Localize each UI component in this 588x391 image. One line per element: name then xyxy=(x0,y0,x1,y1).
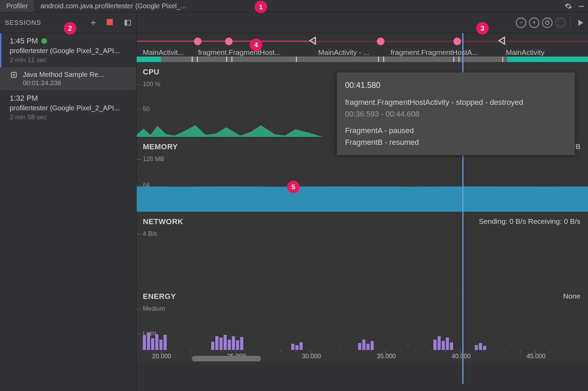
axis-label: 128 MB xyxy=(143,156,164,163)
sessions-heading: SESSIONS xyxy=(5,19,41,27)
time-tick: 35.000 xyxy=(377,353,396,360)
svg-rect-0 xyxy=(579,6,584,7)
time-tick: 20.000 xyxy=(152,353,171,360)
axis-label: 100 % xyxy=(143,81,160,88)
timeline-area: − + xyxy=(137,12,588,391)
stop-recording-icon[interactable] xyxy=(107,19,114,27)
reset-zoom-button[interactable] xyxy=(542,18,552,28)
horizontal-scroll-thumb[interactable] xyxy=(192,356,261,361)
timeline-toolbar: − + xyxy=(137,12,588,33)
process-dropdown[interactable]: android.com.java.profilertester (Google … xyxy=(34,0,192,12)
lifecycle-event-icon xyxy=(377,38,384,45)
live-indicator-icon xyxy=(41,38,47,44)
cpu-recording-icon xyxy=(10,71,18,81)
activity-label: MainActivit... xyxy=(143,48,198,57)
zoom-to-selection-button[interactable] xyxy=(555,18,566,28)
energy-readout: None xyxy=(563,292,580,300)
callout-badge-5: 5 xyxy=(287,181,300,193)
session-name: profilertester (Google Pixel_2_API... xyxy=(10,104,130,112)
lifecycle-event-icon xyxy=(453,38,461,45)
memory-sparkline xyxy=(137,187,588,212)
time-tick: 40.000 xyxy=(452,353,471,360)
jump-to-live-button[interactable] xyxy=(576,20,583,26)
time-tick: 30.000 xyxy=(302,353,321,360)
lifecycle-tooltip: 00:41.580 fragment.FragmentHostActivity … xyxy=(337,72,575,155)
minimize-icon[interactable] xyxy=(578,2,585,10)
activity-label: MainActivity xyxy=(506,48,545,57)
session-name: profilertester (Google Pixel_2_API... xyxy=(10,47,130,55)
add-session-icon[interactable] xyxy=(89,19,97,27)
axis-label: Medium xyxy=(143,305,165,312)
axis-label: 50 xyxy=(143,106,150,113)
svg-rect-2 xyxy=(125,20,127,25)
recording-time: 00:01:24.238 xyxy=(23,79,130,87)
panel-title: ENERGY xyxy=(137,287,588,301)
sessions-sidebar: SESSIONS 1:45 PM profilertester (Google … xyxy=(0,12,137,391)
recording-title: Java Method Sample Re... xyxy=(23,71,130,79)
zoom-in-button[interactable]: + xyxy=(529,18,539,28)
gear-icon[interactable] xyxy=(565,2,572,10)
back-event-icon xyxy=(497,36,507,47)
tooltip-activity-line: fragment.FragmentHostActivity - stopped … xyxy=(345,97,567,108)
energy-sparkline xyxy=(137,329,588,350)
tooltip-range: 00:36.593 - 00:44.608 xyxy=(345,108,567,120)
window-titlebar: Profiler android.com.java.profilertester… xyxy=(0,0,588,12)
axis-label: 4 B/s xyxy=(143,230,157,238)
callout-badge-4: 4 xyxy=(250,39,262,51)
session-item[interactable]: 1:32 PM profilertester (Google Pixel_2_A… xyxy=(0,90,136,124)
callout-badge-1: 1 xyxy=(255,1,267,13)
network-panel[interactable]: NETWORK Sending: 0 B/s Receiving: 0 B/s … xyxy=(137,212,588,287)
back-event-icon xyxy=(308,36,317,47)
network-readout: Sending: 0 B/s Receiving: 0 B/s xyxy=(479,217,580,225)
time-tick: 45.000 xyxy=(527,353,546,360)
profiler-tab[interactable]: Profiler xyxy=(0,0,34,12)
lifecycle-event-icon xyxy=(194,38,202,45)
callout-badge-3: 3 xyxy=(476,22,489,34)
session-duration: 2 min 58 sec xyxy=(10,113,130,121)
tooltip-timestamp: 00:41.580 xyxy=(345,79,567,92)
energy-panel[interactable]: ENERGY None Medium Light xyxy=(137,287,588,362)
lifecycle-event-icon xyxy=(225,38,233,45)
activity-label: MainActivity - ... xyxy=(318,48,391,57)
recording-item[interactable]: Java Method Sample Re... 00:01:24.238 xyxy=(0,67,136,90)
session-duration: 2 min 11 sec xyxy=(10,56,130,64)
expand-sessions-icon[interactable] xyxy=(124,19,131,27)
tooltip-fragment-line: FragmentA - paused xyxy=(345,125,567,137)
callout-badge-2: 2 xyxy=(64,22,76,34)
zoom-out-button[interactable]: − xyxy=(516,18,526,28)
session-time: 1:45 PM xyxy=(10,37,38,46)
tooltip-fragment-line: FragmentB - resumed xyxy=(345,137,567,148)
svg-point-4 xyxy=(13,74,15,76)
session-item[interactable]: 1:45 PM profilertester (Google Pixel_2_A… xyxy=(0,33,136,67)
activity-lifecycle-row[interactable]: MainActivit... fragment.FragmentHost... … xyxy=(137,36,588,57)
time-ruler[interactable]: 20.000 25.000 30.000 35.000 40.000 45.00… xyxy=(137,351,588,362)
activity-label: fragment.FragmentHostA... xyxy=(391,48,506,57)
timeline-minimap[interactable] xyxy=(137,57,588,62)
session-time: 1:32 PM xyxy=(10,94,38,103)
